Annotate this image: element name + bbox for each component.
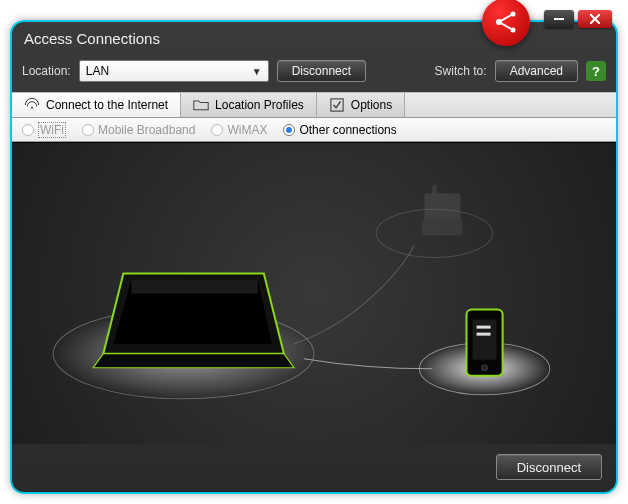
tab-connect-internet[interactable]: Connect to the Internet xyxy=(12,93,181,117)
tab-bar: Connect to the Internet Location Profile… xyxy=(12,92,616,118)
tab-options[interactable]: Options xyxy=(317,93,405,117)
network-diagram-svg xyxy=(12,143,616,444)
location-value: LAN xyxy=(86,64,109,78)
svg-rect-0 xyxy=(554,18,564,20)
location-select[interactable]: LAN ▼ xyxy=(79,60,269,82)
svg-point-26 xyxy=(482,365,488,371)
help-icon: ? xyxy=(592,64,600,79)
svg-rect-23 xyxy=(473,320,497,360)
radio-icon xyxy=(22,124,34,136)
close-icon xyxy=(590,14,600,24)
chevron-down-icon: ▼ xyxy=(252,66,262,77)
help-button[interactable]: ? xyxy=(586,61,606,81)
footer-disconnect-button[interactable]: Disconnect xyxy=(496,454,602,480)
network-share-badge xyxy=(482,0,530,46)
share-icon xyxy=(491,7,521,37)
router-device-icon xyxy=(422,185,462,235)
svg-line-6 xyxy=(499,14,513,22)
svg-rect-17 xyxy=(432,185,436,197)
checkbox-icon xyxy=(329,98,345,112)
close-button[interactable] xyxy=(578,10,612,28)
minimize-button[interactable] xyxy=(544,10,574,28)
tab-location-profiles[interactable]: Location Profiles xyxy=(181,93,317,117)
main-window: Access Connections Location: LAN ▼ Disco… xyxy=(10,20,618,494)
svg-marker-20 xyxy=(93,354,294,368)
folder-icon xyxy=(193,98,209,112)
svg-marker-21 xyxy=(131,279,257,293)
svg-rect-16 xyxy=(422,219,462,235)
footer: Disconnect xyxy=(12,444,616,490)
minimize-icon xyxy=(554,18,564,20)
disconnect-button[interactable]: Disconnect xyxy=(277,60,366,82)
network-diagram xyxy=(12,142,616,444)
toolbar: Location: LAN ▼ Disconnect Switch to: Ad… xyxy=(12,54,616,92)
svg-rect-9 xyxy=(331,99,343,111)
radio-icon xyxy=(211,124,223,136)
signal-icon xyxy=(24,98,40,112)
advanced-button[interactable]: Advanced xyxy=(495,60,578,82)
radio-icon xyxy=(82,124,94,136)
svg-rect-25 xyxy=(477,333,491,336)
svg-line-7 xyxy=(499,22,513,30)
window-title: Access Connections xyxy=(24,30,160,47)
radio-wimax[interactable]: WiMAX xyxy=(211,123,267,137)
radio-mobile-broadband[interactable]: Mobile Broadband xyxy=(82,123,195,137)
switch-to-label: Switch to: xyxy=(435,64,487,78)
svg-point-8 xyxy=(31,107,33,109)
location-label: Location: xyxy=(22,64,71,78)
radio-other-connections[interactable]: Other connections xyxy=(283,123,396,137)
svg-rect-24 xyxy=(477,326,491,329)
laptop-device-icon xyxy=(93,273,294,367)
radio-icon xyxy=(283,124,295,136)
radio-wifi[interactable]: WiFi xyxy=(22,122,66,138)
connection-type-radios: WiFi Mobile Broadband WiMAX Other connec… xyxy=(12,118,616,142)
phone-device-icon xyxy=(467,310,503,376)
